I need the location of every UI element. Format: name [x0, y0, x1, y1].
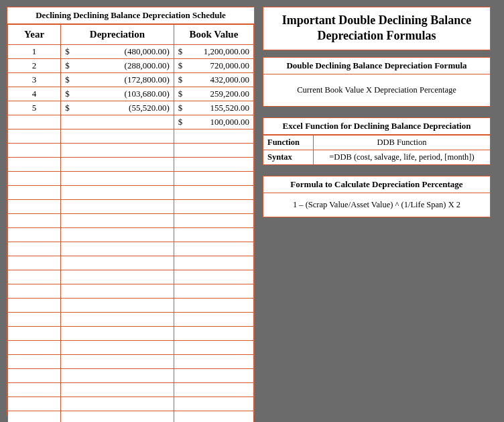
- table-cell-empty: [61, 284, 174, 299]
- table-cell-empty: [8, 172, 61, 186]
- table-cell-empty: [174, 369, 253, 383]
- table-row-empty: [8, 172, 254, 186]
- table-cell-empty: [174, 144, 253, 158]
- table-cell-year: 4: [8, 87, 61, 101]
- table-cell-empty: [8, 214, 61, 228]
- table-cell-empty: [174, 129, 253, 144]
- table-cell-empty: [174, 172, 253, 186]
- table-cell-empty: [174, 242, 253, 256]
- table-cell: $720,000.00: [174, 59, 253, 73]
- table-cell: $155,520.00: [174, 101, 253, 115]
- table-cell-empty: [8, 397, 61, 411]
- table-cell-empty: [61, 144, 174, 158]
- table-cell-empty: [8, 270, 61, 284]
- table-row-empty: [8, 383, 254, 397]
- ddb-formula-body: Current Book Value X Depreciation Percen…: [263, 74, 491, 107]
- table-cell: $(480,000.00): [61, 45, 174, 59]
- table-cell-empty: [174, 327, 253, 341]
- excel-function-block: Excel Function for Declining Balance Dep…: [263, 117, 491, 165]
- table-cell-empty: [174, 397, 253, 411]
- table-cell: $(103,680.00): [61, 87, 174, 101]
- table-cell: $1,200,000.00: [174, 45, 253, 59]
- table-cell-empty: [174, 313, 253, 327]
- table-cell-empty: [61, 228, 174, 242]
- table-cell-year: 3: [8, 73, 61, 87]
- table-cell: $100,000.00: [174, 115, 253, 129]
- table-row-empty: [8, 397, 254, 411]
- table-cell-empty: [8, 313, 61, 327]
- table-cell-empty: [61, 411, 174, 423]
- syntax-label: Syntax: [263, 150, 314, 164]
- table-header-row: Year Depreciation Book Value: [8, 25, 254, 45]
- table-row-empty: [8, 144, 254, 158]
- table-cell-empty: [8, 242, 61, 256]
- table-cell-empty: [61, 299, 174, 313]
- table-row: 2$(288,000.00)$720,000.00: [8, 59, 254, 73]
- table-cell-empty: [174, 299, 253, 313]
- table-row: 4$(103,680.00)$259,200.00: [8, 87, 254, 101]
- table-row-empty: [8, 369, 254, 383]
- table-cell-empty: [8, 299, 61, 313]
- table-cell: $432,000.00: [174, 73, 253, 87]
- table-row-empty: [8, 313, 254, 327]
- table-cell-empty: [174, 284, 253, 299]
- excel-function-table: Function DDB Function Syntax =DDB (cost,…: [263, 135, 491, 165]
- percentage-formula-block: Formula to Calculate Depreciation Percen…: [263, 176, 491, 217]
- table-row-empty: [8, 256, 254, 270]
- table-cell-empty: [61, 129, 174, 144]
- table-cell-empty: [8, 256, 61, 270]
- table-cell-year: 5: [8, 101, 61, 115]
- table-row-empty: [8, 242, 254, 256]
- percentage-formula-header: Formula to Calculate Depreciation Percen…: [263, 176, 491, 193]
- syntax-row: Syntax =DDB (cost, salvage, life, period…: [263, 150, 491, 164]
- table-row: $100,000.00: [8, 115, 254, 129]
- depreciation-schedule-panel: Declining Declining Balance Depreciation…: [7, 7, 255, 415]
- table-row-empty: [8, 228, 254, 242]
- table-cell-empty: [8, 355, 61, 369]
- table-cell-year: 1: [8, 45, 61, 59]
- table-cell-empty: [61, 327, 174, 341]
- table-cell-empty: [174, 355, 253, 369]
- table-cell-empty: [174, 256, 253, 270]
- table-cell-empty: [61, 200, 174, 214]
- table-cell-empty: [8, 369, 61, 383]
- table-cell-empty: [61, 214, 174, 228]
- table-row-empty: [8, 327, 254, 341]
- syntax-value: =DDB (cost, salvage, life, period, [mont…: [314, 150, 491, 164]
- table-cell-empty: [174, 270, 253, 284]
- table-cell-empty: [61, 256, 174, 270]
- table-cell-empty: [8, 327, 61, 341]
- table-cell-empty: [61, 270, 174, 284]
- table-cell-empty: [8, 186, 61, 200]
- table-cell: $(55,520.00): [61, 101, 174, 115]
- table-cell-empty: [174, 341, 253, 355]
- table-cell-empty: [61, 355, 174, 369]
- table-cell-empty: [61, 158, 174, 172]
- table-row-empty: [8, 186, 254, 200]
- table-cell-empty: [61, 242, 174, 256]
- depreciation-table: Year Depreciation Book Value 1$(480,000.…: [7, 24, 254, 422]
- table-row: 5$(55,520.00)$155,520.00: [8, 101, 254, 115]
- table-row-empty: [8, 200, 254, 214]
- table-cell: [8, 115, 61, 129]
- table-cell-empty: [174, 383, 253, 397]
- formulas-panel: Important Double Declining Balance Depre…: [263, 7, 491, 415]
- ddb-formula-header: Double Declining Balance Depreciation Fo…: [263, 57, 491, 74]
- table-cell-empty: [61, 172, 174, 186]
- formulas-main-title: Important Double Declining Balance Depre…: [263, 7, 491, 50]
- table-cell-empty: [61, 186, 174, 200]
- table-cell-empty: [8, 341, 61, 355]
- percentage-formula-body: 1 – (Scrap Value/Asset Value) ^ (1/Life …: [263, 193, 491, 217]
- table-row-empty: [8, 299, 254, 313]
- header-book-value: Book Value: [174, 25, 253, 45]
- table-cell-empty: [8, 144, 61, 158]
- function-row: Function DDB Function: [263, 135, 491, 150]
- table-cell-empty: [61, 383, 174, 397]
- excel-function-header: Excel Function for Declining Balance Dep…: [263, 117, 491, 135]
- table-row-empty: [8, 214, 254, 228]
- table-cell-year: 2: [8, 59, 61, 73]
- table-cell-empty: [174, 200, 253, 214]
- table-cell-empty: [61, 341, 174, 355]
- table-cell-empty: [8, 284, 61, 299]
- function-value: DDB Function: [314, 135, 491, 150]
